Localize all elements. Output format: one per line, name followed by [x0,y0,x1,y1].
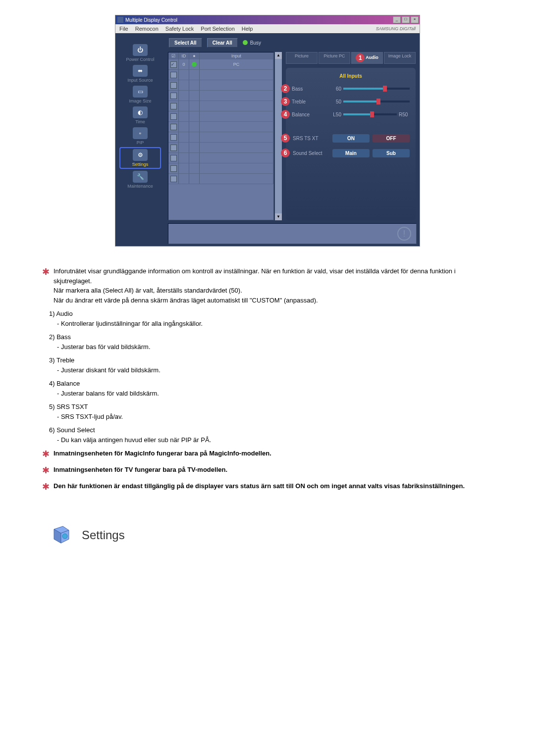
marker-5: 5 [281,134,290,143]
clear-all-button[interactable]: Clear All [207,38,238,48]
row-checkbox[interactable] [170,93,177,99]
table-row[interactable] [168,70,273,80]
note-block: ✱ Inmatningsenheten för MagicInfo funger… [42,449,493,461]
list-item: 2) Bass - Justerar bas för vald bildskär… [49,332,493,352]
bass-label: Bass [292,86,328,92]
note-text: Inforutnätet visar grundläggande informa… [54,266,493,286]
sound-select-row: 6 Sound Select Main Sub [292,149,410,157]
info-grid: ☑ ID ● Input 0 PC [168,52,274,220]
power-icon: ⏻ [133,44,148,56]
menu-safety-lock[interactable]: Safety Lock [165,26,194,32]
table-row[interactable] [168,111,273,122]
settings-panel: All Inputs 2 Bass 60 3 Treble 50 [286,68,416,220]
sub-button[interactable]: Sub [373,149,410,157]
sidebar-item-maintenance[interactable]: 🔧 Maintenance [120,170,160,190]
row-checkbox[interactable] [170,103,177,109]
item-desc: - SRS TSXT-ljud på/av. [57,412,493,422]
menu-file[interactable]: File [119,26,128,32]
row-checkbox[interactable] [170,61,177,68]
table-row[interactable] [168,91,273,101]
srs-on-button[interactable]: ON [332,134,370,143]
all-inputs-label: All Inputs [292,72,410,80]
item-title: 6) Sound Select [49,425,493,435]
table-row[interactable] [168,174,273,184]
table-row[interactable] [168,153,273,163]
sidebar-item-power-control[interactable]: ⏻ Power Control [120,43,160,63]
busy-indicator: Busy [243,40,261,46]
app-screenshot: Multiple Display Control _ □ × File Remo… [115,15,420,247]
item-title: 3) Treble [49,355,493,365]
treble-value: 50 [330,99,341,104]
select-all-button[interactable]: Select All [169,38,202,48]
svg-point-3 [62,534,67,539]
treble-slider[interactable] [343,101,410,102]
row-checkbox[interactable] [170,134,177,141]
tabs: Picture Picture PC 1Audio Image Lock [286,52,416,64]
marker-6: 6 [281,149,290,157]
marker-4: 4 [281,110,290,119]
star-icon: ✱ [42,480,50,494]
app-title: Multiple Display Control [125,17,177,23]
col-check: ☑ [168,52,179,59]
balance-slider[interactable] [343,113,397,115]
table-row[interactable] [168,101,273,111]
balance-right: R50 [399,112,410,117]
menu-port-selection[interactable]: Port Selection [201,26,234,32]
alert-icon: ! [397,227,411,241]
menu-remocon[interactable]: Remocon [135,26,159,32]
bass-slider[interactable] [343,88,410,90]
table-row[interactable] [168,122,273,132]
row-checkbox[interactable] [170,155,177,161]
tab-picture-pc[interactable]: Picture PC [319,52,350,64]
note-text: Inmatningsenheten för TV fungerar bara p… [54,465,493,475]
table-row[interactable] [168,143,273,153]
tab-audio-label: Audio [366,55,378,60]
sidebar-item-settings[interactable]: ⚙ Settings [119,147,161,169]
scroll-down-icon[interactable]: ▼ [275,213,282,220]
close-button[interactable]: × [411,16,419,23]
table-row[interactable]: 0 PC [168,59,273,70]
marker-3: 3 [281,97,290,106]
list-item: 5) SRS TSXT - SRS TSXT-ljud på/av. [49,402,493,421]
row-checkbox[interactable] [170,72,177,78]
minimize-button[interactable]: _ [393,16,401,23]
col-id: ID [179,52,189,59]
col-input: Input [200,52,273,59]
tab-image-lock[interactable]: Image Lock [384,52,416,64]
item-desc: - Justerar diskant för vald bildskärm. [57,365,493,375]
tab-picture[interactable]: Picture [286,52,318,64]
srs-off-button[interactable]: OFF [373,134,410,143]
row-id: 0 [179,59,189,69]
row-checkbox[interactable] [170,113,177,120]
row-checkbox[interactable] [170,176,177,182]
row-checkbox[interactable] [170,165,177,172]
menu-help[interactable]: Help [242,26,253,32]
scroll-up-icon[interactable]: ▲ [275,52,282,59]
list-item: 1) Audio - Kontrollerar ljudinställninga… [49,309,493,328]
main-button[interactable]: Main [332,149,370,157]
maximize-button[interactable]: □ [402,16,410,23]
tab-audio[interactable]: 1Audio [351,52,383,64]
list-item: 6) Sound Select - Du kan välja antingen … [49,425,493,445]
srs-label: SRS TS XT [293,136,329,141]
sidebar-item-time[interactable]: ◐ Time [120,105,160,125]
table-row[interactable] [168,163,273,174]
table-row[interactable] [168,80,273,91]
sidebar-item-image-size[interactable]: ▭ Image Size [120,85,160,104]
toolbar: Select All Clear All Busy [165,33,420,52]
note-block: ✱ Den här funktionen är endast tillgängl… [42,481,493,494]
table-row[interactable] [168,132,273,143]
sidebar-item-pip[interactable]: ▫ PIP [120,126,160,146]
row-checkbox[interactable] [170,82,177,89]
row-checkbox[interactable] [170,145,177,151]
input-source-icon: ⬌ [133,65,148,77]
balance-label: Balance [292,112,328,117]
item-title: 1) Audio [49,309,493,319]
sidebar: ⏻ Power Control ⬌ Input Source ▭ Image S… [115,33,165,246]
sidebar-item-input-source[interactable]: ⬌ Input Source [120,64,160,84]
brand-label: SAMSUNG DIGITall [376,26,416,31]
row-checkbox[interactable] [170,124,177,130]
item-title: 2) Bass [49,332,493,342]
app-icon [117,17,123,23]
settings-icon: ⚙ [133,149,148,161]
